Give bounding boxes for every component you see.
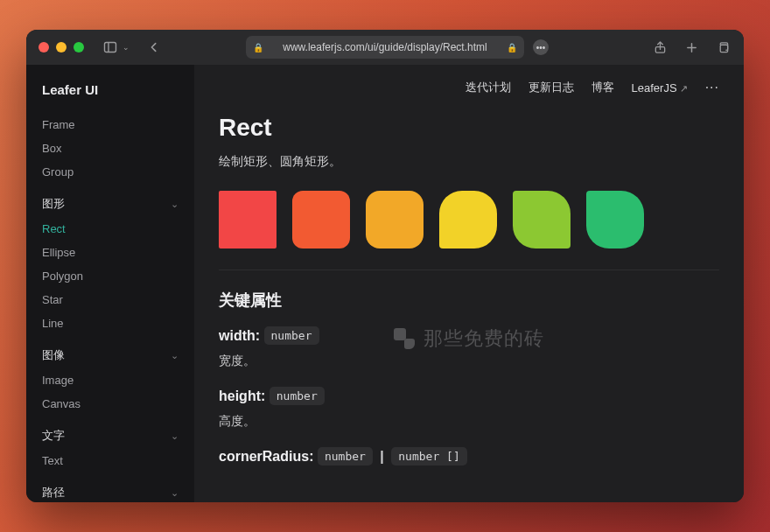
swatch-2 xyxy=(292,191,350,248)
chevron-down-icon: ⌄ xyxy=(171,487,178,499)
prop-name: width: xyxy=(219,328,260,343)
tabs-overview-icon[interactable] xyxy=(714,38,732,56)
sidebar-item-canvas[interactable]: Canvas xyxy=(26,392,194,416)
type-tag: number xyxy=(270,387,325,405)
sidebar-item-line[interactable]: Line xyxy=(26,312,194,335)
close-window-button[interactable] xyxy=(38,42,49,52)
sidebar-item-frame[interactable]: Frame xyxy=(26,113,194,136)
sidebar-item-text[interactable]: Text xyxy=(26,449,194,472)
sidebar-section-text[interactable]: 文字 ⌄ xyxy=(26,419,194,449)
more-menu-button[interactable]: ··· xyxy=(705,80,719,95)
swatch-4 xyxy=(439,191,497,248)
sidebar-item-image[interactable]: Image xyxy=(26,368,194,392)
sidebar-item-polygon[interactable]: Polygon xyxy=(26,264,194,288)
sidebar-icon[interactable] xyxy=(102,38,119,56)
back-button[interactable] xyxy=(145,38,163,56)
address-url: www.leaferjs.com/ui/guide/display/Rect.h… xyxy=(269,41,501,53)
nav-link-changelog[interactable]: 更新日志 xyxy=(528,80,574,95)
demo-swatches xyxy=(219,191,719,248)
sidebar-section-path[interactable]: 路径 ⌄ xyxy=(26,476,194,502)
page-actions-button[interactable]: ••• xyxy=(533,39,549,55)
sidebar-section-label: 路径 xyxy=(42,485,65,500)
sidebar-item-box[interactable]: Box xyxy=(26,136,194,160)
prop-height-desc: 高度。 xyxy=(219,414,719,430)
prop-name: height: xyxy=(219,388,265,403)
sidebar-item-star[interactable]: Star xyxy=(26,288,194,312)
divider xyxy=(219,270,719,270)
chevron-down-icon[interactable]: ⌄ xyxy=(122,43,130,52)
section-heading: 关键属性 xyxy=(219,290,719,311)
prop-cornerradius: cornerRadius: number | number [] xyxy=(219,447,719,466)
sidebar-section-label: 图像 xyxy=(42,347,65,363)
page-subtitle: 绘制矩形、圆角矩形。 xyxy=(219,154,719,170)
swatch-1 xyxy=(219,191,276,248)
nav-link-blog[interactable]: 博客 xyxy=(592,80,614,95)
brand-title[interactable]: Leafer UI xyxy=(26,79,194,109)
prop-height: height: number xyxy=(219,387,719,405)
sidebar-item-ellipse[interactable]: Ellipse xyxy=(26,241,194,264)
sidebar-toggle-group: ⌄ xyxy=(102,38,130,56)
type-tag: number xyxy=(264,326,319,345)
type-tag-2: number [] xyxy=(391,447,466,466)
chevron-down-icon: ⌄ xyxy=(171,430,178,442)
main-content: 迭代计划 更新日志 博客 LeaferJS ··· Rect 绘制矩形、圆角矩形… xyxy=(194,65,744,502)
window-controls xyxy=(38,42,84,52)
prop-width: width: number xyxy=(219,326,719,345)
swatch-6 xyxy=(586,191,644,248)
chevron-down-icon: ⌄ xyxy=(171,199,178,210)
sidebar-loose-items: Frame Box Group xyxy=(26,113,194,184)
reader-lock-icon: 🔒 xyxy=(507,43,517,52)
nav-link-leaferjs[interactable]: LeaferJS xyxy=(632,81,688,94)
sidebar-item-rect[interactable]: Rect xyxy=(26,217,194,241)
swatch-5 xyxy=(513,191,570,248)
sidebar-section-label: 图形 xyxy=(42,196,65,212)
lock-icon: 🔒 xyxy=(253,43,263,52)
chevron-down-icon: ⌄ xyxy=(171,350,178,361)
browser-window: ⌄ 🔒 www.leaferjs.com/ui/guide/display/Re… xyxy=(26,30,744,502)
svg-rect-0 xyxy=(105,43,116,52)
new-tab-icon[interactable] xyxy=(682,38,700,56)
share-icon[interactable] xyxy=(651,38,668,56)
titlebar: ⌄ 🔒 www.leaferjs.com/ui/guide/display/Re… xyxy=(26,30,744,65)
prop-width-desc: 宽度。 xyxy=(219,354,719,369)
minimize-window-button[interactable] xyxy=(56,42,66,52)
prop-name: cornerRadius: xyxy=(219,449,313,464)
sidebar-section-image[interactable]: 图像 ⌄ xyxy=(26,339,194,368)
sidebar-item-group[interactable]: Group xyxy=(26,160,194,184)
maximize-window-button[interactable] xyxy=(74,42,84,52)
swatch-3 xyxy=(366,191,424,248)
sidebar: Leafer UI Frame Box Group 图形 ⌄ Rect Elli… xyxy=(26,65,194,502)
sidebar-section-label: 文字 xyxy=(42,428,65,444)
svg-rect-5 xyxy=(720,45,727,52)
nav-link-iteration[interactable]: 迭代计划 xyxy=(466,80,511,95)
address-bar[interactable]: 🔒 www.leaferjs.com/ui/guide/display/Rect… xyxy=(246,36,524,59)
titlebar-right xyxy=(651,38,732,56)
type-tag: number xyxy=(318,447,373,466)
sidebar-section-shapes[interactable]: 图形 ⌄ xyxy=(26,187,194,217)
top-nav: 迭代计划 更新日志 博客 LeaferJS ··· xyxy=(219,75,719,100)
content-area: Leafer UI Frame Box Group 图形 ⌄ Rect Elli… xyxy=(26,65,744,502)
page-title: Rect xyxy=(219,114,719,142)
type-separator: | xyxy=(380,449,383,464)
